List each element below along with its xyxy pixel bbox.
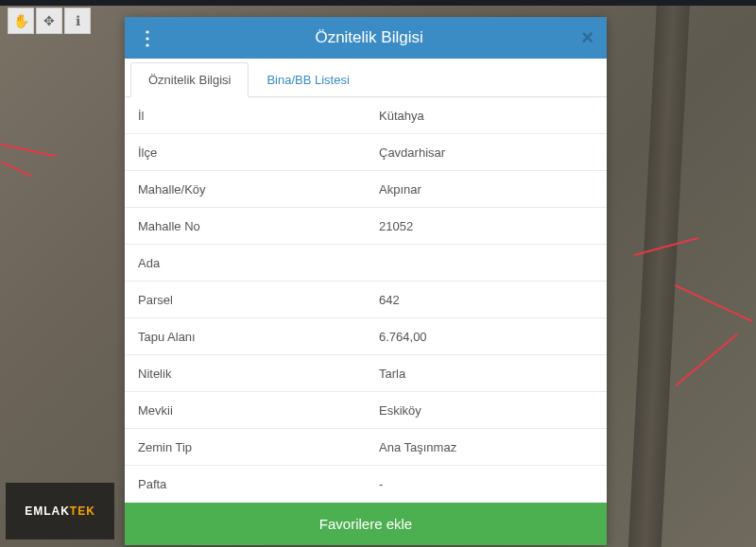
tab-building-list[interactable]: Bina/BB Listesi <box>249 62 367 97</box>
modal-title: Öznitelik Bilgisi <box>315 28 422 47</box>
attr-value-pafta: - <box>366 468 607 501</box>
modal-menu-button[interactable]: ⋮ <box>138 35 157 41</box>
move-tool-button[interactable]: ✥ <box>36 8 62 34</box>
attr-value-ada <box>366 253 607 272</box>
table-row: Pafta - <box>125 466 607 503</box>
attr-value-mevkii: Eskiköy <box>366 394 607 427</box>
attr-label-ada: Ada <box>125 247 366 280</box>
table-row: Parsel 642 <box>125 282 607 318</box>
modal-header: ⋮ Öznitelik Bilgisi × <box>125 17 607 59</box>
table-row: Mevkii Eskiköy <box>125 392 607 429</box>
attribute-info-modal: ⋮ Öznitelik Bilgisi × Öznitelik Bilgisi … <box>125 17 607 545</box>
attr-label-nitelik: Nitelik <box>125 357 366 390</box>
attr-label-mahalleno: Mahalle No <box>125 210 366 243</box>
attr-label-ilce: İlçe <box>125 136 366 169</box>
attr-label-tapualani: Tapu Alanı <box>125 320 366 353</box>
logo-text-1: EMLAK <box>25 504 70 518</box>
table-row: Mahalle/Köy Akpınar <box>125 171 607 208</box>
attribute-table: İl Kütahya İlçe Çavdarhisar Mahalle/Köy … <box>125 97 607 503</box>
attr-value-mahalle: Akpınar <box>366 173 607 206</box>
table-row: Ada <box>125 245 607 282</box>
table-row: Mahalle No 21052 <box>125 208 607 245</box>
attr-value-mahalleno: 21052 <box>366 210 607 243</box>
hand-icon: ✋ <box>13 13 29 28</box>
attr-label-mahalle: Mahalle/Köy <box>125 173 366 206</box>
parcel-boundary-line <box>0 144 56 157</box>
add-to-favorites-button[interactable]: Favorilere ekle <box>125 503 607 545</box>
top-bar <box>0 0 756 6</box>
info-icon: ℹ <box>76 13 80 28</box>
brand-logo: EMLAKTEK <box>6 483 114 539</box>
attr-label-zemintip: Zemin Tip <box>125 431 366 464</box>
attr-label-il: İl <box>125 99 366 132</box>
attr-value-il: Kütahya <box>366 99 607 132</box>
info-tool-button[interactable]: ℹ <box>64 8 91 34</box>
close-icon[interactable]: × <box>581 26 593 50</box>
parcel-boundary-line <box>1 162 32 178</box>
attr-value-parsel: 642 <box>366 283 607 316</box>
move-icon: ✥ <box>43 13 55 28</box>
attr-value-nitelik: Tarla <box>366 357 607 390</box>
attr-label-mevkii: Mevkii <box>125 394 366 427</box>
table-row: İlçe Çavdarhisar <box>125 134 607 171</box>
attr-value-zemintip: Ana Taşınmaz <box>366 431 607 464</box>
table-row: Tapu Alanı 6.764,00 <box>125 318 607 355</box>
map-road <box>628 0 690 547</box>
attr-label-pafta: Pafta <box>125 468 366 501</box>
attr-value-tapualani: 6.764,00 <box>366 320 607 353</box>
logo-text-2: TEK <box>70 504 95 518</box>
parcel-boundary-line <box>675 333 737 386</box>
pan-tool-button[interactable]: ✋ <box>8 8 34 34</box>
table-row: Nitelik Tarla <box>125 355 607 392</box>
table-row: İl Kütahya <box>125 97 607 134</box>
parcel-boundary-line <box>675 284 752 322</box>
attr-value-ilce: Çavdarhisar <box>366 136 607 169</box>
table-row: Zemin Tip Ana Taşınmaz <box>125 429 607 466</box>
map-toolbar: ✋ ✥ ℹ <box>8 8 91 34</box>
tabs-container: Öznitelik Bilgisi Bina/BB Listesi <box>125 59 607 97</box>
attr-label-parsel: Parsel <box>125 283 366 316</box>
tab-attribute-info[interactable]: Öznitelik Bilgisi <box>130 62 249 97</box>
